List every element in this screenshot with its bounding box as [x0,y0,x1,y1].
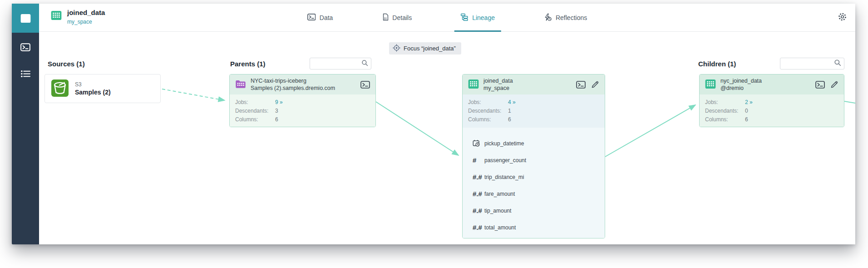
focus-dataset-button[interactable]: Focus “joined_data” [389,42,461,55]
jobs-label: Jobs: [705,98,745,107]
edit-pencil-icon[interactable] [830,80,838,89]
column-row: pickup_datetime [473,135,598,152]
column-name: pickup_datetime [484,140,524,147]
virtual-dataset-icon [468,79,479,91]
column-name: passenger_count [484,157,526,164]
parents-search-input[interactable] [310,60,361,67]
tab-reflections-label: Reflections [556,14,587,21]
children-search-input[interactable] [780,60,834,67]
dataset-table-icon [51,10,62,23]
lineage-canvas: Focus “joined_data” Sources (1) Parents … [39,32,855,244]
open-sql-icon[interactable] [360,81,370,89]
dremio-app-window: joined_data my_space Data Details Lineag… [12,4,855,244]
focused-node-card[interactable]: joined_data my_space Jobs:4 » Descendant… [462,74,605,238]
virtual-dataset-icon [705,79,716,91]
columns-value: 6 [275,115,278,124]
s3-bucket-icon [51,79,69,98]
edge-source-to-parent [162,89,225,100]
float-type-icon: #.# [473,190,484,198]
descendants-value: 1 [508,107,511,115]
page-header: joined_data my_space Data Details Lineag… [39,4,855,32]
tab-reflections[interactable]: Reflections [544,4,587,32]
tab-data-label: Data [320,14,333,21]
column-row: #.# trip_distance_mi [473,169,598,185]
open-sql-icon[interactable] [576,81,586,89]
edge-parent-to-focused [376,102,459,155]
columns-label: Columns: [705,115,745,124]
dataset-heading: joined_data my_space [51,9,105,25]
parent-card-stats: Jobs:9 » Descendants:3 Columns:6 [230,94,375,127]
dataset-tabs: Data Details Lineage Reflections [307,4,587,32]
parent-card-title: NYC-taxi-trips-iceberg [251,77,356,84]
column-name: tip_amount [484,208,511,214]
parents-search [310,58,371,69]
sidebar-item-sql-runner[interactable] [12,37,39,57]
columns-label: Columns: [235,115,275,124]
jobs-value-link[interactable]: 2 » [745,98,753,107]
parent-card-path: Samples (2).samples.dremio.com [251,84,356,92]
edge-focused-to-child [605,105,695,157]
source-card-s3[interactable]: S3 Samples (2) [44,74,161,103]
left-nav-sidebar [12,4,39,244]
tab-data[interactable]: Data [307,4,333,32]
focused-card-header: joined_data my_space [463,74,605,94]
children-heading: Children (1) [698,60,736,68]
focused-card-stats: Jobs:4 » Descendants:1 Columns:6 [463,94,605,128]
edge-child-offscreen [844,101,855,103]
search-icon [834,59,841,68]
sources-heading: Sources (1) [48,60,85,68]
descendants-value: 0 [745,107,748,115]
tab-details[interactable]: Details [382,4,412,32]
focused-card-path: my_space [483,84,572,92]
dataset-space-breadcrumb[interactable]: my_space [67,19,105,25]
descendants-value: 3 [275,107,278,115]
datasets-grid-icon [20,13,31,24]
child-card-title: nyc_joined_data [720,77,811,84]
column-name: total_amount [484,224,516,231]
descendants-label: Descendants: [235,107,275,115]
column-row: #.# total_amount [473,219,598,236]
child-node-card[interactable]: nyc_joined_data @dremio Jobs:2 » Descend… [699,74,844,127]
parent-card-header: NYC-taxi-trips-iceberg Samples (2).sampl… [230,74,375,94]
descendants-label: Descendants: [468,107,508,115]
reflections-bolt-clock-icon [544,13,552,23]
float-type-icon: #.# [473,223,484,231]
child-card-path: @dremio [720,84,811,92]
columns-value: 6 [745,115,748,124]
open-sql-icon[interactable] [815,81,825,89]
screenshot-stage: joined_data my_space Data Details Lineag… [0,0,868,268]
child-card-stats: Jobs:2 » Descendants:0 Columns:6 [700,94,844,127]
lineage-tree-icon [461,13,469,22]
child-card-header: nyc_joined_data @dremio [700,74,844,94]
tab-details-label: Details [392,14,412,21]
jobs-value-link[interactable]: 9 » [275,98,283,107]
parent-node-card[interactable]: NYC-taxi-trips-iceberg Samples (2).sampl… [229,74,376,127]
jobs-list-icon [21,70,30,78]
focus-crosshair-icon [393,44,400,53]
sidebar-item-jobs[interactable] [12,64,39,84]
children-search [780,58,844,69]
columns-value: 6 [508,115,511,124]
source-type-label: S3 [75,81,111,88]
sidebar-item-datasets[interactable] [12,4,39,33]
physical-dataset-icon [235,79,246,91]
jobs-label: Jobs: [468,98,508,107]
datetime-type-icon [473,139,484,147]
jobs-value-link[interactable]: 4 » [508,98,516,107]
column-row: #.# fare_amount [473,185,598,202]
focus-button-label: Focus “joined_data” [404,45,456,52]
integer-type-icon: # [473,156,484,164]
float-type-icon: #.# [473,207,484,214]
settings-gear-icon[interactable] [838,12,847,23]
parents-heading: Parents (1) [230,60,266,68]
edit-pencil-icon[interactable] [591,80,599,89]
columns-label: Columns: [468,115,508,124]
descendants-label: Descendants: [705,107,745,115]
float-type-icon: #.# [473,173,484,181]
source-name: Samples (2) [75,89,111,96]
focused-card-title: joined_data [483,77,572,84]
column-row: # passenger_count [473,152,598,169]
tab-lineage[interactable]: Lineage [461,4,495,32]
column-name: fare_amount [484,191,515,197]
tab-lineage-label: Lineage [472,14,495,21]
